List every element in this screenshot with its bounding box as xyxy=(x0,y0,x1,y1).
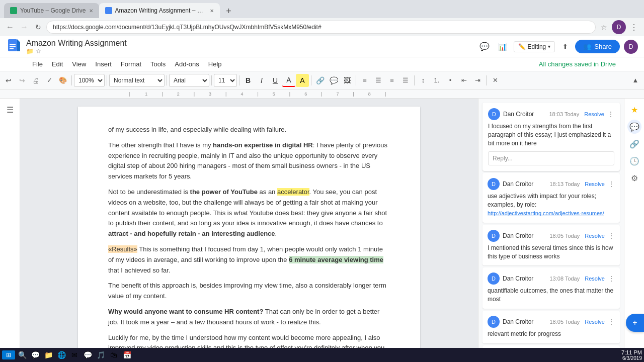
svg-rect-1 xyxy=(17,42,20,51)
text-color-button[interactable]: A xyxy=(282,74,295,87)
more-options-icon-4[interactable]: ⋮ xyxy=(608,275,615,283)
new-tab-button[interactable]: + xyxy=(222,4,236,18)
underline-button[interactable]: U xyxy=(269,74,282,87)
adjustments-icon[interactable]: ⚙ xyxy=(627,171,641,185)
music-icon[interactable]: 🎵 xyxy=(95,349,107,361)
paint-format-button[interactable]: 🎨 xyxy=(56,74,69,87)
activity-sidebar-icon[interactable]: 🕒 xyxy=(627,154,641,168)
tab-close-docs-icon[interactable]: ✕ xyxy=(210,8,214,14)
zoom-select[interactable]: 100% xyxy=(74,74,105,87)
decrease-indent-button[interactable]: ⇤ xyxy=(457,74,470,87)
taskbar-time: 7:11 PM 6/3/2019 xyxy=(621,349,642,361)
comment-time-2: 18:13 Today xyxy=(550,181,580,187)
font-select[interactable]: Arial xyxy=(169,74,209,87)
forward-button[interactable]: → xyxy=(18,21,30,33)
tab-youtube[interactable]: YouTube – Google Drive ✕ xyxy=(4,3,99,18)
pencil-icon: ✏️ xyxy=(518,43,526,50)
comment-time-5: 18:05 Today xyxy=(550,319,580,325)
italic-button[interactable]: I xyxy=(255,74,268,87)
chrome-icon[interactable]: 🌐 xyxy=(55,349,67,361)
right-comment-icon[interactable]: 💬 xyxy=(627,120,641,134)
spellcheck-button[interactable]: ✓ xyxy=(43,74,56,87)
bold-why: Why would anyone want to consume HR cont… xyxy=(108,308,263,315)
activity-icon[interactable]: 📊 xyxy=(496,40,510,54)
resolve-button-5[interactable]: Resolve xyxy=(585,319,605,325)
drive-favicon xyxy=(10,7,17,14)
bookmark-icon[interactable]: ☆ xyxy=(598,21,610,33)
comment-button[interactable]: 💬 xyxy=(327,74,340,87)
document-outline-icon[interactable]: ☰ xyxy=(3,103,17,117)
menu-tools[interactable]: Tools xyxy=(146,59,170,69)
user-account-icon[interactable]: D xyxy=(612,20,626,34)
editing-badge[interactable]: ✏️ Editing ▾ xyxy=(514,41,555,52)
calendar-icon[interactable]: 📅 xyxy=(121,349,133,361)
back-button[interactable]: ← xyxy=(4,21,16,33)
comment-icon-header[interactable]: 💬 xyxy=(477,40,492,54)
menu-addons[interactable]: Add-ons xyxy=(171,59,203,69)
reply-box-1[interactable]: Reply... xyxy=(488,151,614,165)
resolve-button-4[interactable]: Resolve xyxy=(585,276,605,282)
menu-dots-icon[interactable]: ⋮ xyxy=(628,21,640,33)
menu-insert[interactable]: Insert xyxy=(91,59,116,69)
image-button[interactable]: 🖼 xyxy=(341,74,354,87)
share-label: Share xyxy=(594,43,612,50)
numbered-list-button[interactable]: 1. xyxy=(430,74,443,87)
more-options-icon-5[interactable]: ⋮ xyxy=(608,318,615,326)
explore-icon[interactable]: ★ xyxy=(627,103,641,117)
highlight-button[interactable]: A xyxy=(296,74,309,87)
share-button[interactable]: 👥 Share xyxy=(575,40,620,53)
menu-format[interactable]: Format xyxy=(117,59,145,69)
bold-button[interactable]: B xyxy=(242,74,255,87)
align-left-button[interactable]: ≡ xyxy=(358,74,371,87)
align-right-button[interactable]: ≡ xyxy=(385,74,398,87)
more-options-icon-3[interactable]: ⋮ xyxy=(608,232,615,240)
size-select[interactable]: 11 xyxy=(214,74,237,87)
menu-help[interactable]: Help xyxy=(204,59,226,69)
increase-indent-button[interactable]: ⇥ xyxy=(471,74,484,87)
resolve-button-2[interactable]: Resolve xyxy=(585,181,605,187)
search-taskbar-icon[interactable]: 🔍 xyxy=(16,349,28,361)
skype-icon[interactable]: 💬 xyxy=(82,349,94,361)
tab-gdocs[interactable]: Amazon Writing Assignment – G... ✕ xyxy=(99,3,220,18)
svg-rect-5 xyxy=(10,48,14,49)
comment-link-2[interactable]: http://adjectivestarting.com/adjectives-… xyxy=(488,210,604,216)
mail-icon[interactable]: ✉ xyxy=(68,349,80,361)
resolve-button-3[interactable]: Resolve xyxy=(585,233,605,239)
style-select[interactable]: Normal text xyxy=(109,74,165,87)
undo-button[interactable]: ↩ xyxy=(2,74,15,87)
align-center-button[interactable]: ☰ xyxy=(372,74,385,87)
para-results: «Results» This is something that I focus… xyxy=(108,244,390,276)
store-icon[interactable]: 🛍 xyxy=(108,349,120,361)
menu-view[interactable]: View xyxy=(68,59,90,69)
comment-avatar-4: D xyxy=(488,273,500,285)
justify-button[interactable]: ☰ xyxy=(399,74,412,87)
windows-start-button[interactable]: ⊞ xyxy=(2,350,15,359)
link-button[interactable]: 🔗 xyxy=(313,74,327,87)
resolve-button-1[interactable]: Resolve xyxy=(584,111,604,117)
bulleted-list-button[interactable]: • xyxy=(444,74,457,87)
line-spacing-button[interactable]: ↕ xyxy=(417,74,430,87)
right-sidebar: ★ 💬 🔗 🕒 ⚙ + xyxy=(624,99,644,362)
clear-format-button[interactable]: ✕ xyxy=(489,74,502,87)
bold-hr: hands-on expertise in digital HR xyxy=(213,141,313,149)
print-button[interactable]: 🖨 xyxy=(29,74,42,87)
collapse-toolbar-button[interactable]: ▲ xyxy=(629,74,642,87)
file-explorer-icon[interactable]: 📁 xyxy=(42,349,54,361)
menu-file[interactable]: File xyxy=(28,59,47,69)
comment-text-3: I mentioned this several times since thi… xyxy=(488,244,615,261)
star-icon[interactable]: ☆ xyxy=(36,48,41,55)
links-icon[interactable]: 🔗 xyxy=(627,137,641,151)
more-options-icon-2[interactable]: ⋮ xyxy=(608,180,615,188)
refresh-button[interactable]: ↻ xyxy=(32,21,44,33)
tab-close-icon[interactable]: ✕ xyxy=(89,8,93,14)
gdocs-logo xyxy=(6,38,22,56)
cortana-icon[interactable]: 💬 xyxy=(29,349,41,361)
more-options-icon-1[interactable]: ⋮ xyxy=(607,110,614,118)
add-comment-floating-button[interactable]: + xyxy=(626,314,644,332)
menu-edit[interactable]: Edit xyxy=(48,59,67,69)
folder-icon[interactable]: 📁 xyxy=(26,48,34,55)
expand-icon[interactable]: ⬆ xyxy=(559,41,571,53)
address-bar[interactable]: https://docs.google.com/document/d/13uEy… xyxy=(46,21,596,34)
user-avatar-header[interactable]: D xyxy=(624,40,638,54)
redo-button[interactable]: ↪ xyxy=(16,74,29,87)
